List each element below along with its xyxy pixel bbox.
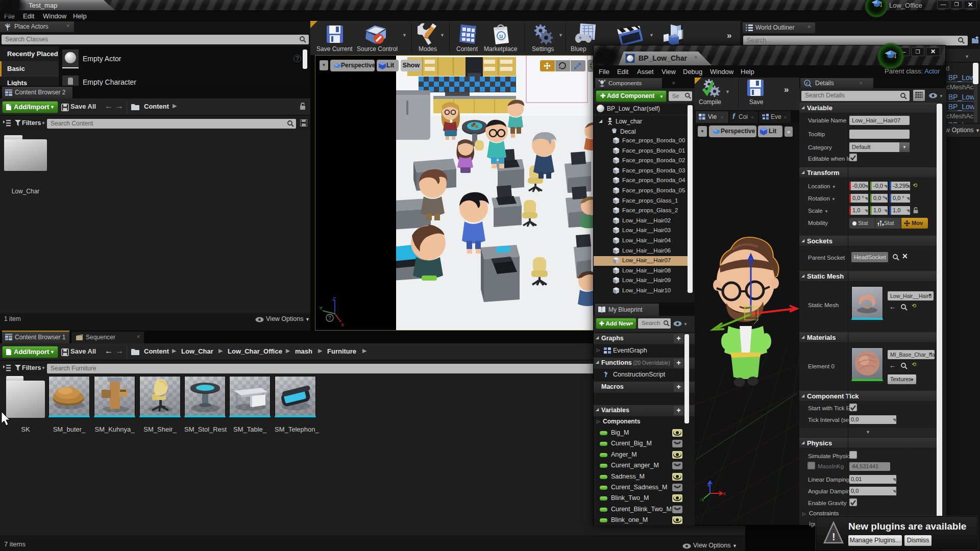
svg-text:u: u — [499, 33, 503, 40]
svg-text:Z: Z — [707, 482, 710, 487]
svg-text:X: X — [723, 491, 726, 496]
svg-text:Z: Z — [333, 296, 336, 302]
svg-text:-Y: -Y — [700, 497, 704, 503]
svg-text:i: i — [806, 81, 808, 86]
svg-text:?: ? — [328, 315, 331, 321]
svg-text:Y: Y — [320, 306, 323, 311]
svg-text:!: ! — [832, 531, 836, 542]
svg-text:X: X — [341, 322, 344, 327]
